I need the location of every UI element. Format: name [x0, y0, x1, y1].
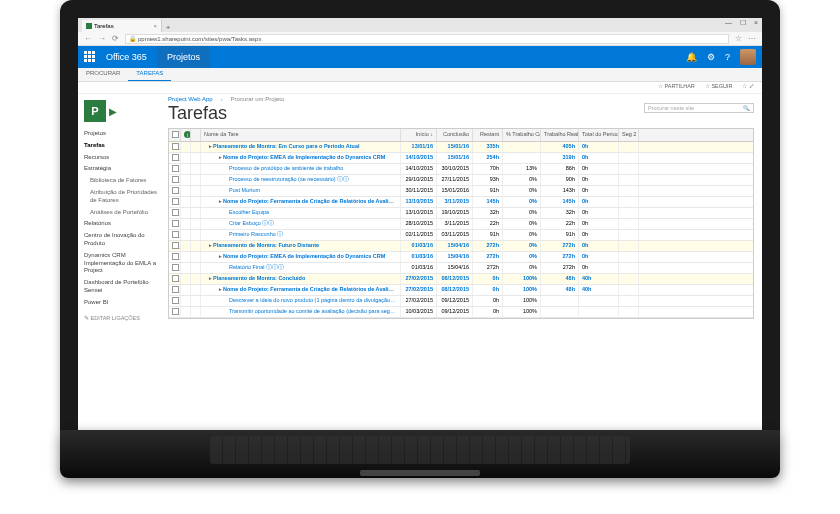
- nav-item[interactable]: Atribuição de Prioridades de Fatores: [84, 187, 162, 207]
- edit-links-button[interactable]: ✎ EDITAR LIGAÇÕES: [84, 315, 162, 321]
- star-icon[interactable]: ☆: [735, 34, 742, 43]
- refresh-icon[interactable]: ⟳: [112, 34, 119, 43]
- grid-row[interactable]: Transmitir oportunidade ao comité de ava…: [169, 307, 753, 318]
- search-icon[interactable]: 🔍: [743, 105, 750, 111]
- col-checkbox[interactable]: [169, 129, 181, 141]
- task-name-cell[interactable]: Planeamento de Montra: Futuro Distante: [201, 241, 401, 251]
- col-info-icon[interactable]: i: [181, 129, 191, 141]
- row-checkbox[interactable]: [169, 230, 181, 240]
- breadcrumb-root[interactable]: Project Web App: [168, 96, 213, 102]
- col-period[interactable]: Total do Período: [579, 129, 619, 141]
- nav-item[interactable]: Relatórios: [84, 218, 162, 230]
- nav-item[interactable]: Dashboard de Portefólio Sensei: [84, 277, 162, 297]
- grid-row[interactable]: Relatório Final ⓘⓘⓘ01/03/1615/04/16272h0…: [169, 263, 753, 274]
- col-seg[interactable]: Seg 2: [619, 129, 639, 141]
- help-icon[interactable]: ?: [725, 52, 730, 62]
- row-checkbox[interactable]: [169, 219, 181, 229]
- row-checkbox[interactable]: [169, 153, 181, 163]
- grid-row[interactable]: Nome do Projeto: Ferramenta de Criação d…: [169, 285, 753, 296]
- row-checkbox[interactable]: [169, 296, 181, 306]
- find-project-link[interactable]: Procurar um Projeto: [231, 96, 285, 102]
- maximize-icon[interactable]: ☐: [740, 19, 746, 27]
- row-checkbox[interactable]: [169, 307, 181, 317]
- row-checkbox[interactable]: [169, 175, 181, 185]
- task-name-cell[interactable]: Planeamento de Montra: Concluído: [201, 274, 401, 284]
- row-checkbox[interactable]: [169, 252, 181, 262]
- new-tab-button[interactable]: +: [162, 23, 174, 32]
- brand-label[interactable]: Office 365: [106, 52, 147, 62]
- col-remaining[interactable]: Restant: [473, 129, 503, 141]
- nav-item[interactable]: Tarefas: [84, 140, 162, 152]
- row-checkbox[interactable]: [169, 164, 181, 174]
- task-name-cell[interactable]: Criar Esboço ⓘⓘ: [201, 219, 401, 229]
- row-checkbox[interactable]: [169, 208, 181, 218]
- grid-row[interactable]: Nome do Projeto: EMEA de Implementação d…: [169, 252, 753, 263]
- follow-button[interactable]: SEGUIR: [705, 83, 733, 92]
- task-name-cell[interactable]: Processo de protótipo de ambiente de tra…: [201, 164, 401, 174]
- row-checkbox[interactable]: [169, 142, 181, 152]
- task-name-cell[interactable]: Nome do Projeto: Ferramenta de Criação d…: [201, 197, 401, 207]
- task-name-cell[interactable]: Nome do Projeto: Ferramenta de Criação d…: [201, 285, 401, 295]
- minimize-icon[interactable]: —: [725, 19, 732, 27]
- grid-row[interactable]: Primeiro Rascunho ⓘ02/11/201503/11/20159…: [169, 230, 753, 241]
- grid-row[interactable]: Nome do Projeto: Ferramenta de Criação d…: [169, 197, 753, 208]
- share-button[interactable]: PARTILHAR: [658, 83, 695, 92]
- close-window-icon[interactable]: ×: [754, 19, 758, 27]
- col-end[interactable]: Conclusão: [437, 129, 473, 141]
- task-name-cell[interactable]: Post Mortum: [201, 186, 401, 196]
- task-name-cell[interactable]: Planeamento de Montra: Em Curso para o P…: [201, 142, 401, 152]
- row-checkbox[interactable]: [169, 241, 181, 251]
- nav-item[interactable]: Análises de Portefólio: [84, 207, 162, 219]
- task-name-cell[interactable]: Escolher Equipa: [201, 208, 401, 218]
- menu-icon[interactable]: ⋯: [748, 34, 756, 43]
- grid-row[interactable]: Escolher Equipa13/10/201519/10/201532h0%…: [169, 208, 753, 219]
- grid-row[interactable]: Planeamento de Montra: Futuro Distante01…: [169, 241, 753, 252]
- col-start[interactable]: Início ↓: [401, 129, 437, 141]
- forward-icon[interactable]: →: [98, 34, 106, 43]
- settings-gear-icon[interactable]: ⚙: [707, 52, 715, 62]
- task-name-cell[interactable]: Nome do Projeto: EMEA de Implementação d…: [201, 252, 401, 262]
- user-avatar[interactable]: [740, 49, 756, 65]
- nav-item[interactable]: Recursos: [84, 152, 162, 164]
- nav-item[interactable]: Estratégia: [84, 163, 162, 175]
- row-checkbox[interactable]: [169, 186, 181, 196]
- grid-row[interactable]: Descrever a ideia do novo produto (1 pág…: [169, 296, 753, 307]
- back-icon[interactable]: ←: [84, 34, 92, 43]
- grid-row[interactable]: Post Mortum30/11/201515/01/201691h0%143h…: [169, 186, 753, 197]
- task-name-cell[interactable]: Relatório Final ⓘⓘⓘ: [201, 263, 401, 273]
- app-launcher-icon[interactable]: [84, 51, 96, 63]
- ribbon-tab-browse[interactable]: PROCURAR: [78, 68, 128, 81]
- url-input[interactable]: 🔒 ppmew1.sharepoint.com/sites/pwa/Tasks.…: [125, 34, 729, 44]
- nav-item[interactable]: Power BI: [84, 297, 162, 309]
- task-name-cell[interactable]: Transmitir oportunidade ao comité de ava…: [201, 307, 401, 317]
- row-checkbox[interactable]: [169, 274, 181, 284]
- task-name-cell[interactable]: Primeiro Rascunho ⓘ: [201, 230, 401, 240]
- browser-tab[interactable]: Tarefas ×: [82, 20, 162, 32]
- col-type[interactable]: [191, 129, 201, 141]
- col-name[interactable]: Nome da Tare: [201, 129, 401, 141]
- close-tab-icon[interactable]: ×: [153, 23, 157, 29]
- grid-row[interactable]: Planeamento de Montra: Concluído27/02/20…: [169, 274, 753, 285]
- nav-item[interactable]: Biblioteca de Fatores: [84, 175, 162, 187]
- nav-item[interactable]: Dynamics CRM Implementação do EMLA a Pro…: [84, 250, 162, 277]
- ribbon-tab-tasks[interactable]: TAREFAS: [128, 68, 171, 81]
- col-pct[interactable]: % Trabalho Co: [503, 129, 541, 141]
- grid-row[interactable]: Processo de reestruturação (se necessári…: [169, 175, 753, 186]
- site-search-input[interactable]: Procurar neste site 🔍: [644, 103, 754, 113]
- nav-item[interactable]: Projetos: [84, 128, 162, 140]
- task-name-cell[interactable]: Nome do Projeto: EMEA de Implementação d…: [201, 153, 401, 163]
- expand-icon[interactable]: ⤢: [742, 83, 754, 92]
- row-checkbox[interactable]: [169, 285, 181, 295]
- row-checkbox[interactable]: [169, 263, 181, 273]
- app-name[interactable]: Projetos: [157, 46, 210, 68]
- row-checkbox[interactable]: [169, 197, 181, 207]
- grid-row[interactable]: Planeamento de Montra: Em Curso para o P…: [169, 142, 753, 153]
- task-name-cell[interactable]: Descrever a ideia do novo produto (1 pág…: [201, 296, 401, 306]
- grid-row[interactable]: Criar Esboço ⓘⓘ28/10/20153/11/201522h0%2…: [169, 219, 753, 230]
- task-name-cell[interactable]: Processo de reestruturação (se necessári…: [201, 175, 401, 185]
- grid-row[interactable]: Processo de protótipo de ambiente de tra…: [169, 164, 753, 175]
- nav-item[interactable]: Centro de Inovação do Produto: [84, 230, 162, 250]
- grid-row[interactable]: Nome do Projeto: EMEA de Implementação d…: [169, 153, 753, 164]
- notifications-icon[interactable]: 🔔: [686, 52, 697, 62]
- col-actual[interactable]: Trabalho Real: [541, 129, 579, 141]
